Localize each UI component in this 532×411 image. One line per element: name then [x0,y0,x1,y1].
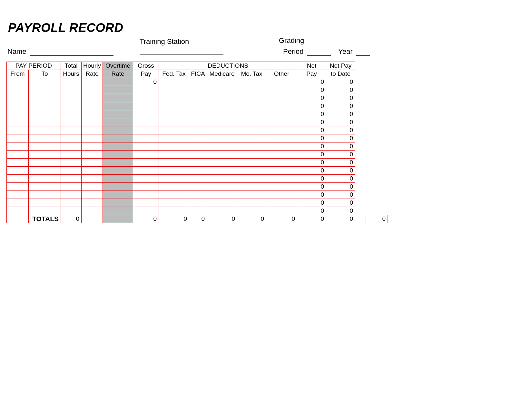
table-cell[interactable] [266,126,297,134]
table-cell[interactable] [7,94,29,102]
table-cell[interactable] [103,110,133,118]
table-cell[interactable] [103,102,133,110]
table-cell[interactable] [7,118,29,126]
table-cell[interactable] [237,142,266,151]
table-cell[interactable] [29,175,61,183]
table-cell[interactable] [237,78,266,86]
table-cell[interactable] [29,134,61,142]
table-cell[interactable] [207,159,237,167]
table-cell[interactable] [133,175,159,183]
table-cell[interactable] [7,102,29,110]
table-cell[interactable] [237,199,266,207]
table-cell[interactable] [237,151,266,159]
table-cell[interactable] [103,78,133,86]
table-cell[interactable] [159,102,189,110]
table-cell[interactable] [61,102,82,110]
table-cell[interactable] [159,78,189,86]
table-cell[interactable] [133,159,159,167]
table-cell[interactable] [266,167,297,175]
table-cell[interactable] [159,110,189,118]
table-cell[interactable] [7,134,29,142]
table-cell[interactable] [133,102,159,110]
table-cell[interactable] [207,126,237,134]
table-cell[interactable] [189,207,207,215]
table-cell[interactable] [103,191,133,199]
table-cell[interactable] [61,126,82,134]
table-cell[interactable] [82,159,103,167]
table-cell[interactable] [103,126,133,134]
table-cell[interactable] [133,207,159,215]
table-cell[interactable] [133,118,159,126]
table-cell[interactable] [266,134,297,142]
table-cell[interactable] [82,78,103,86]
table-cell[interactable] [159,199,189,207]
table-cell[interactable] [266,207,297,215]
table-cell[interactable] [103,94,133,102]
table-cell[interactable] [237,175,266,183]
table-cell[interactable] [29,110,61,118]
table-cell[interactable] [207,78,237,86]
table-cell[interactable] [7,126,29,134]
table-cell[interactable] [103,86,133,94]
table-cell[interactable] [159,94,189,102]
table-cell[interactable] [237,159,266,167]
table-cell[interactable] [61,151,82,159]
station-blank[interactable] [140,48,223,54]
table-cell[interactable] [159,207,189,215]
table-cell[interactable] [61,78,82,86]
table-cell[interactable] [159,151,189,159]
table-cell[interactable] [82,86,103,94]
table-cell[interactable] [266,175,297,183]
table-cell[interactable] [159,126,189,134]
table-cell[interactable] [82,126,103,134]
table-cell[interactable] [61,183,82,191]
table-cell[interactable] [29,199,61,207]
table-cell[interactable] [29,167,61,175]
table-cell[interactable] [159,175,189,183]
table-cell[interactable] [29,183,61,191]
table-cell[interactable] [103,159,133,167]
table-cell[interactable] [61,142,82,151]
table-cell[interactable] [266,183,297,191]
table-cell[interactable] [159,142,189,151]
table-cell[interactable] [237,126,266,134]
table-cell[interactable] [29,191,61,199]
table-cell[interactable] [189,199,207,207]
year-blank[interactable] [356,49,370,56]
table-cell[interactable] [266,191,297,199]
table-cell[interactable] [29,86,61,94]
table-cell[interactable] [189,86,207,94]
table-cell[interactable] [159,167,189,175]
table-cell[interactable] [207,199,237,207]
table-cell[interactable] [159,118,189,126]
table-cell[interactable] [29,126,61,134]
table-cell[interactable] [133,94,159,102]
table-cell[interactable] [103,207,133,215]
table-cell[interactable] [103,175,133,183]
table-cell[interactable] [103,167,133,175]
table-cell[interactable] [266,94,297,102]
table-cell[interactable] [133,134,159,142]
table-cell[interactable] [7,159,29,167]
table-cell[interactable] [7,151,29,159]
table-cell[interactable] [7,86,29,94]
table-cell[interactable] [7,207,29,215]
table-cell[interactable] [189,151,207,159]
table-cell[interactable] [133,167,159,175]
table-cell[interactable] [29,159,61,167]
table-cell[interactable] [7,167,29,175]
table-cell[interactable] [133,86,159,94]
table-cell[interactable] [82,110,103,118]
table-cell[interactable] [29,94,61,102]
table-cell[interactable] [133,142,159,151]
table-cell[interactable] [29,102,61,110]
table-cell[interactable] [159,183,189,191]
table-cell[interactable] [159,191,189,199]
table-cell[interactable] [207,167,237,175]
table-cell[interactable] [133,151,159,159]
table-cell[interactable] [103,151,133,159]
table-cell[interactable] [266,159,297,167]
table-cell[interactable] [237,191,266,199]
table-cell[interactable] [189,102,207,110]
table-cell[interactable] [61,191,82,199]
